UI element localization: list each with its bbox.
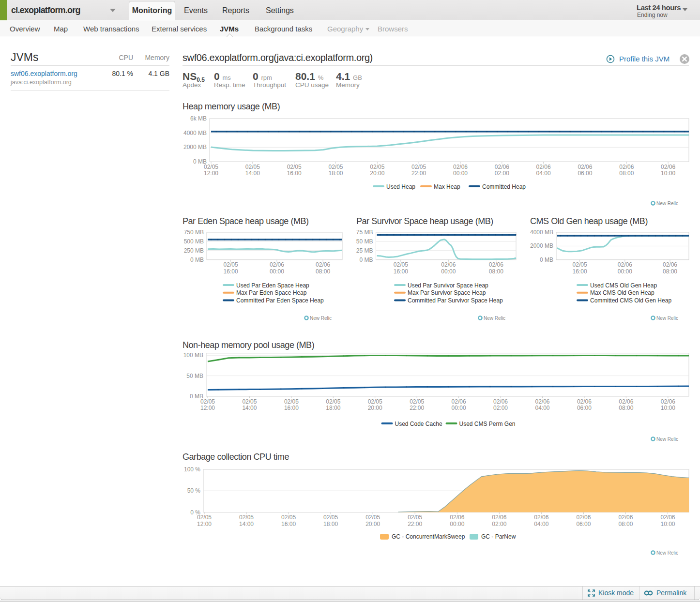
svg-text:00:00: 00:00 (270, 268, 284, 275)
svg-text:Used Code Cache: Used Code Cache (395, 421, 442, 427)
svg-text:02/05: 02/05 (326, 398, 340, 405)
svg-text:Committed Heap: Committed Heap (482, 183, 526, 190)
svg-text:08:00: 08:00 (316, 268, 330, 275)
svg-text:Max CMS Old Gen Heap: Max CMS Old Gen Heap (590, 289, 654, 296)
svg-text:Used CMS Perm Gen: Used CMS Perm Gen (459, 421, 516, 427)
svg-text:25 MB: 25 MB (356, 247, 373, 254)
svg-text:02/06: 02/06 (618, 261, 632, 268)
svg-text:02/06: 02/06 (270, 261, 284, 268)
svg-text:08:00: 08:00 (619, 170, 634, 177)
svg-text:22:00: 22:00 (411, 170, 426, 177)
svg-text:02/05: 02/05 (410, 398, 424, 405)
svg-text:02/06: 02/06 (619, 164, 634, 170)
svg-text:New Relic: New Relic (656, 316, 678, 321)
svg-text:02/06: 02/06 (316, 261, 330, 268)
svg-text:0 MB: 0 MB (190, 256, 204, 263)
svg-text:02/05: 02/05 (239, 514, 254, 521)
svg-text:02/05: 02/05 (573, 261, 587, 268)
svg-text:02/05: 02/05 (204, 164, 218, 170)
svg-text:14:00: 14:00 (242, 405, 257, 411)
svg-text:02/06: 02/06 (493, 398, 508, 405)
svg-text:04:00: 04:00 (536, 170, 551, 177)
svg-text:250 MB: 250 MB (184, 247, 204, 254)
svg-text:02/06: 02/06 (495, 164, 509, 170)
svg-text:02/05: 02/05 (365, 514, 380, 521)
svg-text:6k MB: 6k MB (190, 115, 207, 122)
svg-text:02/06: 02/06 (534, 514, 548, 521)
svg-text:02/06: 02/06 (576, 514, 591, 521)
svg-text:Used CMS Old Gen Heap: Used CMS Old Gen Heap (590, 282, 657, 289)
svg-text:00:00: 00:00 (452, 405, 466, 411)
svg-text:Committed Par Eden Space Heap: Committed Par Eden Space Heap (236, 297, 324, 304)
svg-text:Max Heap: Max Heap (434, 183, 460, 190)
svg-text:GC - ConcurrentMarkSweep: GC - ConcurrentMarkSweep (392, 533, 465, 540)
svg-text:02/06: 02/06 (453, 164, 468, 170)
svg-text:06:00: 06:00 (578, 170, 592, 177)
svg-text:02/05: 02/05 (281, 514, 296, 521)
svg-text:16:00: 16:00 (224, 268, 238, 275)
svg-text:00:00: 00:00 (441, 268, 456, 275)
svg-text:02/05: 02/05 (242, 398, 257, 405)
svg-text:50 MB: 50 MB (356, 238, 373, 245)
svg-text:20:00: 20:00 (370, 170, 384, 177)
svg-text:0 MB: 0 MB (359, 256, 373, 263)
svg-text:08:00: 08:00 (618, 521, 633, 527)
svg-text:4000 MB: 4000 MB (183, 130, 207, 136)
svg-text:02/06: 02/06 (619, 398, 633, 405)
svg-text:00:00: 00:00 (618, 268, 632, 275)
svg-text:2000 MB: 2000 MB (183, 144, 207, 150)
svg-text:02/05: 02/05 (411, 164, 426, 170)
svg-text:02/06: 02/06 (660, 514, 675, 521)
svg-text:4000 MB: 4000 MB (530, 229, 553, 236)
svg-text:New Relic: New Relic (656, 201, 678, 206)
svg-text:04:00: 04:00 (534, 521, 548, 527)
svg-text:100 %: 100 % (184, 466, 200, 473)
svg-text:20:00: 20:00 (365, 521, 380, 527)
svg-text:Committed CMS Old Gen Heap: Committed CMS Old Gen Heap (590, 297, 671, 304)
svg-text:16:00: 16:00 (287, 170, 302, 177)
svg-text:02/06: 02/06 (450, 514, 464, 521)
svg-text:02/05: 02/05 (328, 164, 343, 170)
svg-text:08:00: 08:00 (619, 405, 633, 411)
svg-text:02/06: 02/06 (661, 398, 675, 405)
svg-text:02/05: 02/05 (197, 514, 212, 521)
svg-text:10:00: 10:00 (661, 405, 675, 411)
svg-text:02/05: 02/05 (370, 164, 384, 170)
svg-text:0 MB: 0 MB (540, 256, 553, 263)
svg-text:75 MB: 75 MB (356, 229, 373, 236)
svg-text:02/05: 02/05 (368, 398, 382, 405)
svg-text:02/06: 02/06 (661, 164, 675, 170)
svg-text:02/06: 02/06 (577, 398, 592, 405)
svg-text:12:00: 12:00 (200, 405, 215, 411)
svg-text:02/06: 02/06 (535, 398, 549, 405)
svg-text:02/05: 02/05 (323, 514, 338, 521)
svg-text:02/05: 02/05 (394, 261, 408, 268)
svg-text:02:00: 02:00 (495, 170, 509, 177)
svg-text:50 MB: 50 MB (186, 373, 203, 379)
svg-text:Max Par Eden Space Heap: Max Par Eden Space Heap (236, 289, 307, 296)
svg-text:18:00: 18:00 (328, 170, 343, 177)
svg-text:02/06: 02/06 (441, 261, 456, 268)
svg-text:New Relic: New Relic (656, 550, 678, 556)
svg-text:750 MB: 750 MB (184, 229, 204, 236)
svg-text:10:00: 10:00 (661, 170, 675, 177)
svg-text:16:00: 16:00 (573, 268, 587, 275)
svg-text:500 MB: 500 MB (184, 238, 204, 245)
svg-text:18:00: 18:00 (323, 521, 338, 527)
svg-text:New Relic: New Relic (656, 436, 678, 442)
svg-text:02/06: 02/06 (489, 261, 503, 268)
svg-text:06:00: 06:00 (577, 405, 592, 411)
svg-text:02/05: 02/05 (224, 261, 238, 268)
svg-text:08:00: 08:00 (663, 268, 677, 275)
svg-text:02/05: 02/05 (287, 164, 302, 170)
svg-text:2000 MB: 2000 MB (530, 242, 553, 249)
svg-text:New Relic: New Relic (484, 316, 505, 321)
svg-text:02/06: 02/06 (492, 514, 506, 521)
svg-text:16:00: 16:00 (284, 405, 299, 411)
svg-text:02/05: 02/05 (245, 164, 260, 170)
svg-text:02/06: 02/06 (452, 398, 466, 405)
svg-text:02/05: 02/05 (284, 398, 299, 405)
svg-text:Used Heap: Used Heap (386, 183, 415, 190)
svg-text:02/06: 02/06 (663, 261, 677, 268)
svg-text:12:00: 12:00 (204, 170, 218, 177)
